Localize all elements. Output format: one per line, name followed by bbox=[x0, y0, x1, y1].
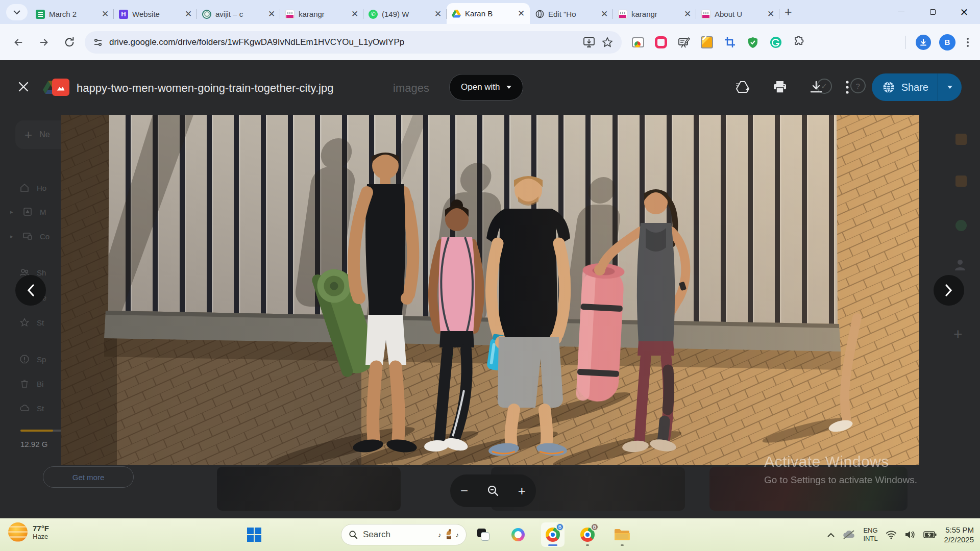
start-button[interactable] bbox=[247, 527, 262, 544]
tab-about-us[interactable]: About U ✕ bbox=[696, 4, 779, 24]
tab-close-icon[interactable]: ✕ bbox=[683, 9, 692, 19]
weather-temperature: 77°F bbox=[33, 524, 49, 533]
pink-extension-icon[interactable] bbox=[654, 35, 668, 49]
minimize-button[interactable] bbox=[885, 0, 917, 24]
plus-icon: + bbox=[24, 127, 32, 143]
back-button[interactable] bbox=[8, 32, 29, 53]
tray-overflow-button[interactable] bbox=[827, 533, 835, 537]
forward-button[interactable] bbox=[34, 32, 54, 53]
tasks-rail-icon bbox=[955, 220, 967, 231]
tab-karangroup-1[interactable]: karangr ✕ bbox=[280, 4, 363, 24]
tab-karangroup-2[interactable]: karangr ✕ bbox=[613, 4, 696, 24]
wifi-button[interactable] bbox=[886, 530, 897, 539]
watermark-subtitle: Go to Settings to activate Windows. bbox=[764, 474, 917, 486]
karan-logo-icon bbox=[618, 10, 627, 19]
computers-icon bbox=[22, 231, 33, 241]
zoom-out-button[interactable]: − bbox=[460, 484, 468, 497]
copilot-button[interactable] bbox=[506, 522, 530, 547]
tab-title: Edit "Ho bbox=[548, 10, 596, 18]
photo-fitness-group bbox=[61, 115, 919, 465]
google-drive-icon bbox=[452, 9, 461, 18]
download-button[interactable]: ✓ bbox=[810, 81, 823, 94]
download-icon bbox=[919, 38, 927, 46]
volume-button[interactable] bbox=[904, 530, 916, 539]
whiteboard-extension-icon[interactable] bbox=[677, 35, 691, 49]
tab-close-icon[interactable]: ✕ bbox=[101, 9, 110, 19]
tab-website[interactable]: H Website ✕ bbox=[114, 4, 197, 24]
tab-close-icon[interactable]: ✕ bbox=[267, 9, 276, 19]
tab-drive-active[interactable]: Karan B ✕ bbox=[447, 3, 530, 24]
yellow-extension-icon[interactable] bbox=[700, 35, 714, 49]
omnibox[interactable]: drive.google.com/drive/folders/1wFKgwDA9… bbox=[85, 31, 622, 54]
forward-icon bbox=[38, 37, 50, 48]
print-icon bbox=[773, 81, 787, 94]
bookmark-star-icon[interactable] bbox=[601, 36, 614, 48]
search-highlight-icon[interactable]: ♪ ♪ bbox=[438, 529, 459, 541]
onedrive-button[interactable] bbox=[842, 530, 855, 540]
downloads-button[interactable] bbox=[916, 35, 931, 50]
tab-close-icon[interactable]: ✕ bbox=[600, 9, 609, 19]
extensions-puzzle-icon[interactable] bbox=[792, 35, 806, 49]
file-explorer-icon bbox=[614, 528, 630, 541]
tab-close-icon[interactable]: ✕ bbox=[184, 9, 193, 19]
close-window-button[interactable]: ✕ bbox=[948, 0, 980, 24]
zoom-controls: − + bbox=[450, 474, 536, 507]
open-with-button[interactable]: Open with bbox=[449, 74, 523, 101]
whatsapp-icon: ✆ bbox=[369, 10, 378, 19]
more-options-button[interactable]: ? bbox=[845, 80, 849, 94]
previous-image-button[interactable] bbox=[15, 275, 46, 306]
star-icon bbox=[19, 317, 30, 328]
cloud-icon bbox=[19, 403, 30, 413]
next-image-button[interactable] bbox=[934, 275, 964, 306]
chrome-menu-button[interactable] bbox=[964, 35, 972, 50]
task-view-button[interactable] bbox=[472, 522, 495, 547]
tab-whatsapp[interactable]: ✆ (149) W ✕ bbox=[363, 4, 447, 24]
get-more-storage-button[interactable]: Get more bbox=[43, 466, 134, 488]
share-dropdown-button[interactable] bbox=[938, 73, 962, 101]
install-app-icon[interactable] bbox=[583, 37, 595, 48]
zoom-in-button[interactable]: + bbox=[518, 484, 526, 497]
battery-button[interactable] bbox=[923, 531, 937, 538]
globe-icon bbox=[535, 10, 544, 19]
site-info-icon[interactable] bbox=[93, 37, 103, 47]
taskbar-search[interactable]: Search ♪ ♪ bbox=[341, 524, 467, 545]
battery-charging-icon bbox=[923, 531, 937, 538]
reload-button[interactable] bbox=[59, 32, 80, 53]
print-button[interactable] bbox=[773, 81, 787, 94]
window-controls: ✕ bbox=[885, 0, 980, 24]
close-preview-button[interactable] bbox=[17, 81, 30, 95]
tab-close-icon[interactable]: ✕ bbox=[766, 9, 775, 19]
tab-close-icon[interactable]: ✕ bbox=[433, 9, 443, 19]
magnifier-icon[interactable] bbox=[487, 485, 499, 497]
storage-used-label: 12.92 G bbox=[20, 440, 47, 448]
maximize-button[interactable] bbox=[917, 0, 948, 24]
shield-extension-icon[interactable] bbox=[746, 35, 760, 49]
clock-widget[interactable]: 5:55 PM 2/2/2025 bbox=[944, 525, 974, 545]
language-switcher[interactable]: ENG INTL bbox=[863, 527, 877, 542]
weather-widget[interactable]: 77°F Haze bbox=[8, 522, 49, 542]
share-label: Share bbox=[901, 82, 928, 93]
file-explorer-button[interactable] bbox=[610, 522, 634, 547]
url-text[interactable]: drive.google.com/drive/folders/1wFKgwDA9… bbox=[109, 37, 577, 47]
background-bleed-text: images bbox=[393, 82, 429, 95]
grammarly-extension-icon[interactable] bbox=[769, 35, 783, 49]
tab-edit-home[interactable]: Edit "Ho ✕ bbox=[530, 4, 613, 24]
crop-extension-icon[interactable] bbox=[723, 35, 737, 49]
tab-avijit[interactable]: avijit – c ✕ bbox=[197, 4, 280, 24]
share-main[interactable]: Share bbox=[872, 73, 938, 101]
tab-march[interactable]: March 2 ✕ bbox=[31, 4, 114, 24]
profile-avatar[interactable]: B bbox=[939, 34, 955, 51]
tab-search-button[interactable] bbox=[6, 4, 28, 20]
tab-close-icon[interactable]: ✕ bbox=[517, 8, 526, 19]
photo-preview[interactable] bbox=[61, 115, 919, 465]
add-shortcut-button[interactable] bbox=[735, 80, 750, 94]
browser-navbar: drive.google.com/drive/folders/1wFKgwDA9… bbox=[0, 24, 980, 60]
sidebar-item-computers: ▸ Co bbox=[19, 231, 50, 241]
share-button[interactable]: Share bbox=[872, 73, 962, 101]
new-tab-button[interactable]: + bbox=[785, 5, 792, 19]
sidebar-item-bin: Bi bbox=[19, 379, 43, 389]
tab-close-icon[interactable]: ✕ bbox=[350, 9, 359, 19]
tab-manager-extension-icon[interactable] bbox=[631, 35, 645, 49]
chrome-taskbar-second[interactable]: B bbox=[576, 522, 599, 547]
chrome-taskbar-active[interactable]: B bbox=[541, 522, 565, 547]
